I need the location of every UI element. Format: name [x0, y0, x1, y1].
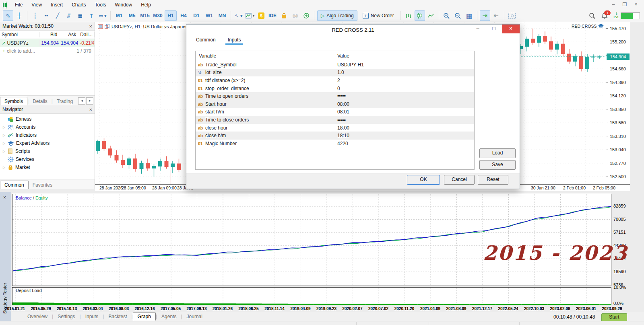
menu-item-charts[interactable]: Charts — [67, 0, 90, 10]
add-signal-icon[interactable] — [301, 10, 312, 21]
tester-tab-journal[interactable]: Journal — [182, 313, 207, 320]
column-header-symbol[interactable]: Symbol — [0, 32, 40, 37]
input-row-close-hour[interactable]: abclose hour18:00 — [196, 124, 474, 132]
dialog-close-button[interactable]: × — [502, 25, 520, 33]
timeframe-button-m5[interactable]: M5 — [126, 10, 138, 21]
reset-button[interactable]: Reset — [478, 175, 508, 185]
screenshot-icon[interactable] — [507, 10, 517, 21]
cancel-button[interactable]: Cancel — [444, 175, 475, 185]
timeframe-button-d1[interactable]: D1 — [190, 10, 202, 21]
zoom-out-icon[interactable] — [453, 10, 463, 21]
chart-type-dropdown-icon[interactable]: ∿ ▾ — [233, 10, 244, 21]
navigator-item-accounts[interactable]: ▷Accounts — [0, 123, 95, 131]
tester-tab-settings[interactable]: Settings — [53, 313, 79, 320]
close-icon[interactable]: × — [89, 107, 92, 112]
search-icon[interactable] — [589, 12, 596, 19]
column-header-dail[interactable]: Dail... — [78, 32, 95, 37]
dialog-maximize-button[interactable]: □ — [486, 25, 502, 33]
dialog-tab-inputs[interactable]: Inputs — [225, 35, 244, 45]
market-watch-tab-symbols[interactable]: Symbols — [0, 97, 27, 105]
menu-item-insert[interactable]: Insert — [46, 0, 67, 10]
notifications-bell-icon[interactable]: 1 — [601, 12, 608, 19]
column-header-bid[interactable]: Bid — [40, 32, 60, 37]
vertical-line-icon[interactable]: ┆ — [30, 10, 40, 21]
close-icon[interactable]: × — [89, 24, 92, 29]
algo-trading-button[interactable]: ▷Algo Trading — [317, 10, 357, 21]
tester-tab-overview[interactable]: Overview — [23, 313, 52, 320]
tester-tab-backtest[interactable]: Backtest — [104, 313, 131, 320]
timeframe-button-h1[interactable]: H1 — [165, 10, 177, 21]
tester-tab-graph[interactable]: Graph — [133, 313, 156, 321]
input-row-time-to-close-orders[interactable]: abTime to close orders=== — [196, 116, 474, 124]
window-restore-button[interactable]: ❐ — [619, 1, 630, 8]
variable-value[interactable]: 18:10 — [334, 133, 349, 138]
signals-icon[interactable]: ((o)) — [290, 10, 300, 21]
timeframe-button-m15[interactable]: M15 — [139, 10, 151, 21]
dialog-tab-common[interactable]: Common — [194, 35, 218, 45]
variable-value[interactable]: 0 — [334, 86, 340, 91]
variable-value[interactable]: === — [334, 117, 346, 123]
tester-tab-agents[interactable]: Agents — [157, 313, 181, 320]
zoom-in-icon[interactable] — [442, 10, 452, 21]
ok-button[interactable]: OK — [407, 175, 440, 185]
input-row-start-h-m[interactable]: abstart h/m08:01 — [196, 108, 474, 116]
connection-level-indicator[interactable]: ⇧LVL — [613, 12, 640, 19]
variable-value[interactable]: 2 — [334, 78, 340, 83]
menu-item-file[interactable]: File — [10, 0, 27, 10]
window-close-button[interactable]: × — [630, 1, 642, 8]
input-row-time-to-open-orders[interactable]: abTime to open orders=== — [196, 92, 474, 100]
variable-value[interactable]: 08:01 — [334, 109, 349, 115]
timeframe-button-h4[interactable]: H4 — [178, 10, 190, 21]
close-icon[interactable]: × — [3, 195, 6, 200]
navigator-item-indicators[interactable]: ▷Indicators — [0, 131, 95, 139]
auto-scroll-icon[interactable]: ⇥ — [480, 10, 490, 21]
input-row-tdf-distance-x-2[interactable]: 01tdf distance (x>=2)2 — [196, 76, 474, 84]
expert-advisor-icon[interactable] — [598, 24, 604, 29]
dialog-title-bar[interactable]: RED CROSS 2.11 – □ × — [186, 25, 520, 35]
variable-value[interactable]: 4220 — [334, 141, 348, 146]
navigator-tab-common[interactable]: Common — [0, 181, 29, 189]
navigator-root-exness[interactable]: Exness — [0, 115, 95, 123]
timeframe-button-m1[interactable]: M1 — [113, 10, 125, 21]
navigator-item-services[interactable]: Services — [0, 155, 95, 163]
variable-value[interactable]: 18:00 — [334, 125, 349, 131]
market-watch-tab-details[interactable]: Details — [29, 97, 52, 105]
navigator-item-scripts[interactable]: ▷Scripts — [0, 147, 95, 155]
cursor-icon[interactable]: ⇖ — [3, 10, 13, 21]
horizontal-line-icon[interactable]: ╍ — [41, 10, 52, 21]
new-order-button[interactable]: +New Order — [359, 10, 398, 21]
window-minimize-button[interactable]: – — [608, 1, 619, 8]
start-button[interactable]: Start — [601, 313, 627, 321]
equidistant-channel-icon[interactable]: ≣ — [75, 10, 85, 21]
timeframe-button-w1[interactable]: W1 — [203, 10, 215, 21]
tile-windows-icon[interactable]: ▦ — [464, 10, 475, 21]
dollar-icon[interactable]: $ — [256, 10, 266, 21]
input-row-start-hour[interactable]: abStart hour08:00 — [196, 100, 474, 108]
shapes-dropdown-icon[interactable]: ▭ ▾ — [97, 10, 108, 21]
channel-icon[interactable]: ⫻ — [64, 10, 74, 21]
candles-chart-icon[interactable] — [415, 10, 425, 21]
market-bag-icon[interactable] — [279, 10, 289, 21]
market-watch-add-row[interactable]: + click to add... 1 / 379 — [0, 47, 95, 55]
one-click-trading-icon[interactable] — [105, 24, 109, 29]
market-watch-tab-trading[interactable]: Trading — [53, 97, 77, 105]
variable-column-header[interactable]: Variable — [196, 53, 216, 59]
menu-item-tools[interactable]: Tools — [91, 0, 111, 10]
variable-value[interactable]: 1.0 — [334, 70, 344, 75]
input-row-close-h-m[interactable]: abclose h/m18:10 — [196, 132, 474, 140]
navigator-item-market[interactable]: ▷Market — [0, 163, 95, 171]
value-column-header[interactable]: Value — [334, 51, 349, 61]
input-row-trade-symbol[interactable]: abTrade_SymbolUSDJPY H1 — [196, 61, 474, 69]
timeframe-button-mn[interactable]: MN — [216, 10, 228, 21]
expand-icon[interactable]: ▷ — [2, 125, 6, 129]
variable-value[interactable]: 08:00 — [334, 101, 349, 107]
tab-scroll-left-button[interactable]: ◂ — [78, 97, 85, 105]
expand-icon[interactable]: ▷ — [2, 142, 6, 145]
expand-icon[interactable]: ▷ — [2, 150, 6, 153]
crosshair-icon[interactable]: ┼ — [14, 10, 25, 21]
expand-icon[interactable]: ▷ — [2, 166, 6, 169]
tab-scroll-right-button[interactable]: ▸ — [86, 97, 93, 105]
input-row-lot-size[interactable]: ½lot_size1.0 — [196, 69, 474, 77]
expand-icon[interactable]: ▷ — [2, 134, 6, 137]
text-tool-icon[interactable]: T — [86, 10, 97, 21]
